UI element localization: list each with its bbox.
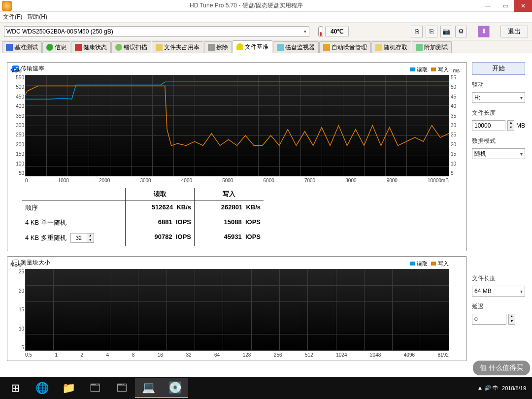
tab-benchmark[interactable]: 基准测试 [2, 41, 42, 53]
tb-app2[interactable]: 🗔 [108, 378, 135, 398]
bulb-icon [236, 43, 243, 50]
legend-2: 读取 写入 [408, 260, 449, 267]
start-menu[interactable]: ⊞ [2, 378, 29, 398]
plot-area [25, 75, 449, 176]
folder-icon [156, 44, 163, 51]
titlebar: HD Tune Pro 5.70 - 硬盘/固态硬盘实用程序 — ▭ ✕ [0, 0, 532, 12]
menu-file[interactable]: 文件(F) [3, 13, 22, 21]
y-axis-label-2: MB/s [10, 262, 22, 267]
screenshot-button[interactable]: 📷 [440, 26, 452, 37]
toolbar: WDC WDS250G2B0A-00SM50 (250 gB) 40℃ ⎘ ⎘ … [0, 23, 532, 40]
maximize-button[interactable]: ▭ [497, 0, 514, 12]
app-icon [2, 1, 12, 11]
tb-app1[interactable]: 🗔 [82, 378, 108, 398]
label-drive: 驱动 [472, 81, 525, 89]
tab-file[interactable]: 文件基准 [233, 40, 272, 53]
tray: ▲ 🔊 中 2018/8/19 [477, 384, 530, 392]
save-button[interactable]: ⬇ [478, 26, 490, 37]
extra-icon [416, 44, 423, 51]
monitor-icon [277, 44, 284, 51]
label-pattern: 数据模式 [472, 137, 525, 145]
tb-ie[interactable]: 🌐 [29, 378, 55, 398]
start-button[interactable]: 开始 [472, 62, 525, 75]
tab-folder[interactable]: 文件夹占用率 [152, 41, 203, 53]
taskbar: ⊞ 🌐 📁 🗔 🗔 💻 💽 ▲ 🔊 中 2018/8/19 [0, 377, 532, 399]
minimize-button[interactable]: — [479, 0, 497, 12]
results-table: 读取写入 顺序512624 KB/s262801 KB/s 4 KB 单一随机6… [7, 186, 466, 251]
chart-block-size: 测量块大小 MB/s 252015105 读取 写入 0.51248163264… [7, 256, 467, 361]
settings-button[interactable]: ⚙ [455, 26, 467, 37]
random-icon [375, 44, 382, 51]
input-file-length[interactable]: 10000 [472, 120, 505, 131]
tab-error[interactable]: 错误扫描 [111, 41, 151, 53]
tabstrip: 基准测试 信息 健康状态 错误扫描 文件夹占用率 擦除 文件基准 磁盘监视器 自… [0, 40, 532, 53]
tab-info[interactable]: 信息 [42, 41, 70, 53]
close-button[interactable]: ✕ [514, 0, 532, 12]
clock[interactable]: 2018/8/19 [502, 385, 526, 391]
menubar: 文件(F) 帮助(H) [0, 12, 532, 23]
window-title: HD Tune Pro 5.70 - 硬盘/固态硬盘实用程序 [14, 1, 479, 10]
tab-random[interactable]: 随机存取 [371, 41, 411, 53]
temperature-value: 40℃ [325, 27, 349, 36]
x-axis-ticks: 0100020003000400050006000700080009000100… [25, 178, 449, 183]
copy2-button[interactable]: ⎘ [426, 26, 437, 37]
watermark: 值 什么值得买 [473, 361, 530, 375]
y-axis-ticks: 55050045040035030025020015010050 [10, 75, 24, 176]
tb-app3[interactable]: 💻 [135, 378, 162, 398]
select-drive[interactable]: H: [472, 92, 525, 103]
copy-button[interactable]: ⎘ [411, 26, 423, 37]
label-file-length: 文件长度 [472, 109, 525, 117]
exit-button[interactable]: 退出 [500, 26, 528, 37]
info-icon [46, 44, 53, 51]
y-axis-ticks-2: 252015105 [10, 269, 24, 350]
x-axis-ticks-2: 0.512481632641282565121024204840968192 [25, 352, 449, 358]
label-delay: 延迟 [472, 302, 525, 311]
thermometer-icon [318, 26, 323, 37]
chart-transfer-rate: 传输速率 MB/s ms 550500450400350300250200150… [7, 62, 467, 251]
label-file-length-2: 文件长度 [472, 274, 525, 283]
input-delay[interactable]: 0 [472, 314, 506, 325]
select-file-length-2[interactable]: 64 MB [472, 286, 525, 297]
health-icon [75, 44, 82, 51]
tab-monitor[interactable]: 磁盘监视器 [273, 41, 319, 53]
y-axis-label: MB/s [10, 68, 22, 73]
legend: 读取 写入 [408, 66, 449, 73]
scan-icon [115, 44, 122, 51]
menu-help[interactable]: 帮助(H) [27, 13, 47, 21]
tray-icons[interactable]: ▲ 🔊 中 [477, 384, 498, 392]
gauge-icon [6, 44, 13, 51]
select-pattern[interactable]: 随机 [472, 148, 525, 159]
tab-erase[interactable]: 擦除 [204, 41, 232, 53]
y2-axis-label: ms [453, 68, 460, 73]
tab-health[interactable]: 健康状态 [71, 41, 111, 53]
erase-icon [208, 44, 215, 51]
tab-extra[interactable]: 附加测试 [412, 41, 452, 53]
y2-axis-ticks: 555045403530252015105 [451, 75, 462, 176]
tb-hdtune[interactable]: 💽 [162, 378, 188, 398]
speaker-icon [323, 44, 330, 51]
queue-spinner[interactable]: ▲▼ [70, 233, 94, 243]
tab-aam[interactable]: 自动噪音管理 [319, 41, 371, 53]
tb-explorer[interactable]: 📁 [55, 378, 82, 398]
spin-file-length[interactable]: ▲▼ [507, 120, 514, 131]
spin-delay[interactable]: ▲▼ [508, 314, 515, 325]
drive-selector[interactable]: WDC WDS250G2B0A-00SM50 (250 gB) [4, 26, 309, 37]
